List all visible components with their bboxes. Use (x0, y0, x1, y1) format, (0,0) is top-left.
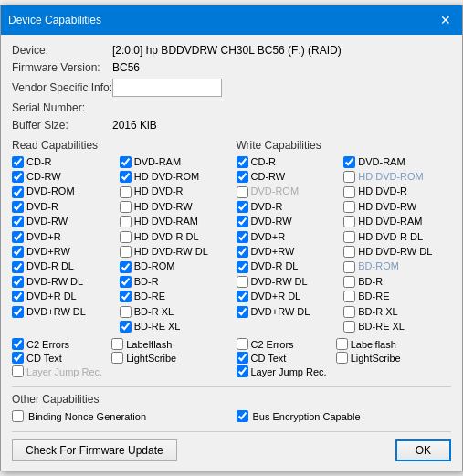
read-hd-dvd-ram: HD DVD-RAM (120, 215, 227, 228)
bus-encryption-checkbox[interactable] (237, 410, 248, 422)
read-dvd-r: DVD-R (12, 200, 120, 214)
read-cap-grid: CD-R CD-RW DVD-ROM DVD-R (12, 155, 227, 335)
read-bd-r-label: BD-R (134, 275, 159, 289)
write-dvd-pr: DVD+R (237, 230, 344, 244)
write-col2: DVD-RAM HD DVD-ROM HD DVD-R HD DVD- (343, 155, 451, 335)
read-hd-dvd-rw: HD DVD-RW (120, 200, 227, 214)
read-labelflash-checkbox[interactable] (111, 338, 123, 350)
close-button[interactable]: ✕ (437, 11, 455, 29)
write-dvd-r-label: DVD-R (251, 200, 283, 214)
write-labelflash: Labelflash (336, 338, 401, 350)
write-extras-row: C2 Errors CD Text Layer Jump Rec. (237, 338, 452, 379)
write-dvd-prw: DVD+RW (237, 245, 344, 259)
write-cap-grid: CD-R CD-RW DVD-ROM DVD-R (237, 155, 452, 335)
write-dvd-r-dl-checkbox[interactable] (237, 261, 248, 273)
write-dvd-pr-dl-checkbox[interactable] (237, 291, 248, 302)
read-hd-dvd-ram-label: HD DVD-RAM (134, 215, 198, 228)
write-bd-r-xl-checkbox[interactable] (343, 306, 355, 318)
read-hd-dvd-r-dl-checkbox[interactable] (120, 231, 132, 243)
write-c2-errors: C2 Errors (237, 338, 327, 350)
read-bd-re-xl-checkbox[interactable] (120, 321, 132, 333)
read-lightscribe-checkbox[interactable] (111, 352, 123, 364)
read-dvd-r-dl-checkbox[interactable] (12, 261, 24, 273)
read-dvd-pr-dl-checkbox[interactable] (12, 291, 24, 302)
binding-nonce-label: Binding Nonce Generation (28, 411, 146, 422)
write-dvd-prw-checkbox[interactable] (237, 246, 248, 258)
read-dvd-prw: DVD+RW (12, 245, 120, 259)
ok-button[interactable]: OK (395, 439, 451, 461)
write-hd-dvd-rw-checkbox[interactable] (343, 201, 355, 213)
read-hd-dvd-r: HD DVD-R (120, 185, 227, 198)
read-bd-r: BD-R (120, 275, 227, 289)
write-hd-dvd-r-dl-checkbox[interactable] (343, 231, 355, 243)
write-dvd-rom-label: DVD-ROM (251, 185, 300, 198)
vendor-input[interactable] (112, 79, 222, 97)
write-bd-rom-checkbox[interactable] (343, 261, 355, 273)
read-bd-rom-label: BD-ROM (134, 259, 175, 273)
read-hd-dvd-rw-dl: HD DVD-RW DL (120, 245, 227, 259)
write-cd-rw-checkbox[interactable] (237, 171, 248, 183)
read-bd-re-checkbox[interactable] (120, 291, 132, 302)
device-capabilities-window: Device Capabilities ✕ Device: [2:0:0] hp… (0, 5, 463, 472)
write-cd-r-checkbox[interactable] (237, 156, 248, 168)
read-cd-r-checkbox[interactable] (12, 156, 24, 168)
read-hd-dvd-rw-dl-checkbox[interactable] (120, 246, 132, 258)
binding-nonce-checkbox[interactable] (12, 410, 24, 422)
write-cd-text-label: CD Text (251, 353, 287, 364)
read-dvd-ram-checkbox[interactable] (120, 156, 132, 168)
write-dvd-prw-label: DVD+RW (251, 245, 295, 259)
read-dvd-prw-dl-checkbox[interactable] (12, 306, 24, 318)
read-hd-dvd-rw-checkbox[interactable] (120, 201, 132, 213)
device-row: Device: [2:0:0] hp BDDVDRW CH30L BC56 (F… (12, 44, 451, 57)
read-c2-errors-checkbox[interactable] (12, 338, 24, 350)
read-dvd-rw-dl-checkbox[interactable] (12, 276, 24, 288)
write-dvd-r-checkbox[interactable] (237, 201, 248, 213)
read-hd-dvd-r-checkbox[interactable] (120, 186, 132, 198)
write-bd-r-checkbox[interactable] (343, 276, 355, 288)
write-labelflash-checkbox[interactable] (336, 338, 348, 350)
read-bd-r-xl-checkbox[interactable] (120, 306, 132, 318)
write-bd-re-label: BD-RE (358, 290, 389, 303)
write-dvd-rw-dl-checkbox[interactable] (237, 276, 248, 288)
write-hd-dvd-rw: HD DVD-RW (343, 200, 451, 214)
read-dvd-prw-checkbox[interactable] (12, 246, 24, 258)
read-dvd-prw-dl: DVD+RW DL (12, 305, 120, 319)
write-lightscribe-checkbox[interactable] (336, 352, 348, 364)
write-dvd-rw-checkbox[interactable] (237, 216, 248, 227)
firmware-label: Firmware Version: (12, 61, 112, 74)
read-cd-rw-checkbox[interactable] (12, 171, 24, 183)
firmware-update-button[interactable]: Check For Firmware Update (12, 439, 177, 461)
write-dvd-pr-checkbox[interactable] (237, 231, 248, 243)
read-bd-r-checkbox[interactable] (120, 276, 132, 288)
read-dvd-rw-checkbox[interactable] (12, 216, 24, 227)
write-c2-errors-checkbox[interactable] (237, 338, 248, 350)
read-bd-rom-checkbox[interactable] (120, 261, 132, 273)
read-dvd-r-checkbox[interactable] (12, 201, 24, 213)
write-hd-dvd-r-checkbox[interactable] (343, 186, 355, 198)
write-col1: CD-R CD-RW DVD-ROM DVD-R (237, 155, 344, 335)
read-hd-dvd-rom-checkbox[interactable] (120, 171, 132, 183)
read-cd-text-checkbox[interactable] (12, 352, 24, 364)
write-hd-dvd-rw-dl-checkbox[interactable] (343, 246, 355, 258)
read-layer-jump-checkbox[interactable] (12, 365, 24, 377)
write-dvd-ram: DVD-RAM (343, 155, 451, 169)
write-dvd-prw-dl-checkbox[interactable] (237, 306, 248, 318)
write-hd-dvd-ram-checkbox[interactable] (343, 216, 355, 227)
read-dvd-rom: DVD-ROM (12, 185, 120, 198)
write-dvd-rom-checkbox[interactable] (237, 186, 248, 198)
write-cd-text-checkbox[interactable] (237, 352, 248, 364)
write-layer-jump-checkbox[interactable] (237, 365, 248, 377)
read-dvd-rom-checkbox[interactable] (12, 186, 24, 198)
read-dvd-prw-label: DVD+RW (26, 245, 70, 259)
write-dvd-rw-label: DVD-RW (251, 215, 292, 228)
write-bd-re-xl-checkbox[interactable] (343, 321, 355, 333)
read-cd-text: CD Text (12, 352, 102, 364)
write-hd-dvd-rom-checkbox[interactable] (343, 171, 355, 183)
read-hd-dvd-ram-checkbox[interactable] (120, 216, 132, 227)
write-hd-dvd-rw-dl-label: HD DVD-RW DL (358, 245, 432, 259)
write-dvd-ram-checkbox[interactable] (343, 156, 355, 168)
write-bd-rom: BD-ROM (343, 259, 451, 273)
write-cd-r-label: CD-R (251, 155, 277, 169)
write-bd-re-checkbox[interactable] (343, 291, 355, 302)
read-dvd-pr-checkbox[interactable] (12, 231, 24, 243)
